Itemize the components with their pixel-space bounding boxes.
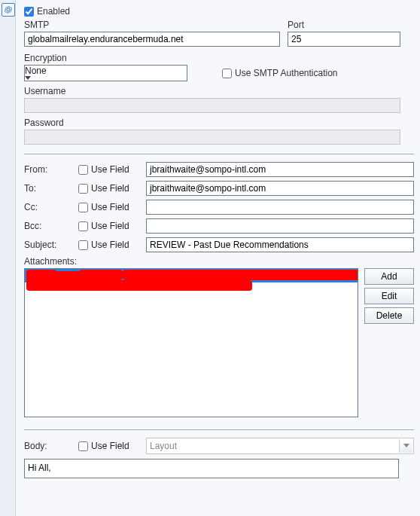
attachments-label: Attachments: — [24, 256, 77, 267]
layout-dropdown[interactable]: Layout — [146, 438, 414, 454]
delete-button[interactable]: Delete — [364, 307, 414, 324]
port-label: Port — [288, 20, 304, 30]
bcc-use-field-label: Use Field — [91, 221, 129, 231]
username-label: Username — [24, 86, 65, 96]
username-input — [24, 98, 400, 113]
from-label: From: — [24, 164, 72, 175]
body-textarea[interactable] — [24, 459, 399, 478]
bcc-use-field-checkbox[interactable] — [78, 221, 88, 231]
body-use-field-checkbox[interactable] — [78, 441, 88, 451]
chevron-down-icon[interactable] — [399, 439, 412, 453]
password-label: Password — [24, 118, 64, 128]
bcc-input[interactable] — [146, 218, 414, 234]
encryption-dropdown[interactable]: None — [24, 65, 187, 81]
redaction-overlay — [123, 270, 358, 280]
subject-use-field-label: Use Field — [91, 240, 129, 250]
to-use-field-checkbox[interactable] — [78, 184, 88, 194]
chevron-down-icon[interactable] — [25, 76, 187, 81]
cc-label: Cc: — [24, 202, 72, 212]
body-use-field-label: Use Field — [91, 441, 129, 451]
separator-2 — [24, 429, 414, 430]
smtp-label: SMTP — [24, 20, 288, 30]
smtp-input[interactable] — [24, 32, 280, 47]
to-use-field-label: Use Field — [91, 183, 129, 194]
from-input[interactable] — [146, 162, 414, 177]
use-smtp-auth-checkbox[interactable] — [222, 69, 232, 78]
to-label: To: — [24, 183, 72, 194]
cc-input[interactable] — [146, 200, 414, 215]
bcc-label: Bcc: — [24, 221, 72, 231]
password-input — [24, 130, 400, 145]
encryption-label: Encryption — [24, 53, 67, 63]
redaction-overlay — [26, 271, 117, 288]
attachments-list[interactable]: XXXXXXWhite — [24, 268, 358, 417]
to-input[interactable] — [146, 181, 414, 196]
separator-1 — [24, 154, 414, 154]
body-label: Body: — [24, 441, 72, 451]
encryption-selected: None — [25, 66, 187, 76]
cc-use-field-label: Use Field — [91, 202, 129, 212]
subject-label: Subject: — [24, 240, 72, 250]
edit-button[interactable]: Edit — [364, 288, 414, 304]
enabled-label: Enabled — [37, 6, 70, 17]
cc-use-field-checkbox[interactable] — [78, 203, 88, 212]
gear-icon[interactable] — [2, 3, 15, 17]
port-input[interactable] — [288, 32, 400, 47]
layout-dropdown-text: Layout — [150, 441, 177, 451]
enabled-checkbox[interactable] — [24, 7, 34, 17]
add-button[interactable]: Add — [364, 268, 414, 285]
subject-use-field-checkbox[interactable] — [78, 240, 88, 250]
from-use-field-checkbox[interactable] — [78, 165, 88, 175]
from-use-field-label: Use Field — [91, 164, 129, 175]
left-toolbar — [0, 0, 16, 516]
use-smtp-auth-label: Use SMTP Authentication — [235, 68, 338, 78]
subject-input[interactable] — [146, 237, 414, 252]
